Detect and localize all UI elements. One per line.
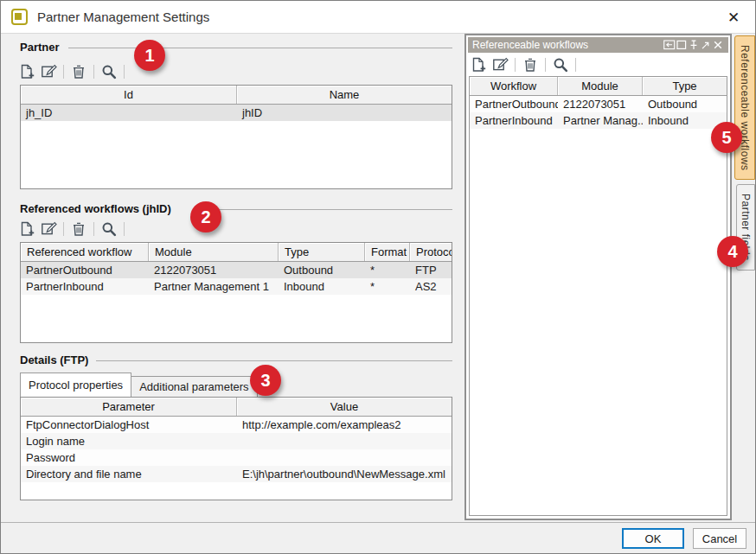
callout-badge-2: 2 bbox=[190, 201, 221, 232]
column-header[interactable]: Referenced workflow bbox=[21, 243, 149, 261]
column-header[interactable]: Protocol bbox=[410, 243, 452, 261]
app-icon bbox=[11, 9, 28, 25]
toolbar-separator bbox=[575, 58, 576, 72]
column-header[interactable]: Workflow bbox=[470, 77, 558, 95]
callout-badge-1: 1 bbox=[134, 40, 165, 71]
partner-toolbar bbox=[18, 62, 126, 81]
callout-badge-3: 3 bbox=[250, 365, 281, 396]
column-header[interactable]: Name bbox=[237, 86, 452, 104]
toolbar-separator bbox=[93, 222, 94, 236]
cell-type: Outbound bbox=[279, 264, 365, 277]
close-icon[interactable]: ✕ bbox=[724, 8, 743, 27]
cell-parameter: FtpConnectorDialogHost bbox=[21, 418, 237, 431]
cell-protocol: FTP bbox=[410, 264, 452, 277]
edit-icon[interactable] bbox=[40, 220, 57, 238]
toolbar-separator bbox=[124, 65, 125, 79]
tab-additional-parameters[interactable]: Additional parameters bbox=[131, 376, 257, 397]
cell-type: Inbound bbox=[279, 280, 365, 293]
toolbar-separator bbox=[515, 58, 516, 72]
cell-type: Inbound bbox=[643, 114, 727, 127]
edit-icon[interactable] bbox=[491, 56, 509, 73]
details-table-header: Parameter Value bbox=[21, 398, 452, 417]
new-icon[interactable] bbox=[18, 220, 35, 238]
cell-workflow: PartnerOutbound bbox=[21, 264, 149, 277]
table-row[interactable]: Directory and file name E:\jh\partner\ou… bbox=[21, 466, 452, 482]
column-header[interactable]: Parameter bbox=[21, 398, 237, 416]
cancel-button[interactable]: Cancel bbox=[693, 528, 746, 549]
column-header[interactable]: Module bbox=[149, 243, 279, 261]
cell-value: E:\jh\partner\outbound\NewMessage.xml bbox=[237, 468, 452, 481]
referenced-groupbox-line bbox=[202, 209, 452, 210]
table-row[interactable]: jh_ID jhID bbox=[21, 105, 452, 121]
cell-format: * bbox=[365, 264, 410, 277]
cell-module: Partner Manag... bbox=[558, 114, 643, 127]
partner-section-label: Partner bbox=[20, 41, 60, 54]
table-row[interactable]: Password bbox=[21, 449, 452, 466]
table-row[interactable]: PartnerInbound Partner Management 1 Inbo… bbox=[21, 278, 452, 295]
cell-workflow: PartnerInbound bbox=[470, 114, 558, 127]
footer-divider bbox=[1, 522, 755, 523]
referenced-table-header: Referenced workflow Module Type Format P… bbox=[21, 243, 452, 262]
cell-workflow: PartnerInbound bbox=[21, 280, 149, 293]
side-tab-label: Referenceable workflows bbox=[739, 45, 751, 171]
cell-module: 2122073051 bbox=[558, 98, 643, 111]
cell-module: Partner Management 1 bbox=[149, 280, 279, 293]
referenceable-workflows-table: Workflow Module Type PartnerOutbound 212… bbox=[469, 76, 727, 516]
delete-icon[interactable] bbox=[522, 56, 539, 73]
panel-title: Referenceable workflows bbox=[472, 39, 663, 51]
column-header[interactable]: Type bbox=[643, 77, 727, 95]
toolbar-separator bbox=[63, 65, 64, 79]
search-icon[interactable] bbox=[100, 63, 118, 80]
cell-parameter: Login name bbox=[21, 435, 237, 448]
column-header[interactable]: Id bbox=[21, 86, 237, 104]
table-row[interactable]: PartnerInbound Partner Manag... Inbound bbox=[470, 112, 727, 129]
dock-left-icon[interactable] bbox=[663, 39, 676, 51]
new-icon[interactable] bbox=[470, 56, 487, 73]
titlebar: Partner Management Settings ✕ bbox=[1, 1, 755, 34]
cell-module: 2122073051 bbox=[149, 264, 279, 277]
pin-icon[interactable] bbox=[688, 39, 700, 51]
table-row[interactable]: PartnerOutbound 2122073051 Outbound bbox=[470, 96, 727, 112]
details-groupbox-line bbox=[96, 360, 452, 361]
dialog-title: Partner Management Settings bbox=[37, 10, 209, 24]
delete-icon[interactable] bbox=[70, 220, 87, 238]
cell-format: * bbox=[365, 280, 410, 293]
referenceable-workflows-panel: Referenceable workflows Workflow Module … bbox=[464, 34, 732, 520]
tab-protocol-properties[interactable]: Protocol properties bbox=[20, 373, 131, 397]
panel-table-header: Workflow Module Type bbox=[470, 77, 727, 96]
column-header[interactable]: Value bbox=[237, 398, 452, 416]
float-icon[interactable] bbox=[700, 39, 712, 51]
referenced-workflows-table: Referenced workflow Module Type Format P… bbox=[20, 242, 452, 343]
toolbar-separator bbox=[63, 222, 64, 236]
column-header[interactable]: Type bbox=[279, 243, 365, 261]
maximize-icon[interactable] bbox=[676, 39, 688, 51]
partner-table-header: Id Name bbox=[21, 86, 452, 105]
table-row[interactable]: Login name bbox=[21, 433, 452, 449]
column-header[interactable]: Module bbox=[558, 77, 643, 95]
cell-parameter: Password bbox=[21, 451, 237, 464]
close-panel-icon[interactable] bbox=[712, 39, 724, 51]
edit-icon[interactable] bbox=[40, 63, 57, 80]
cell-value: http://example.com/exampleas2 bbox=[237, 418, 452, 431]
column-header[interactable]: Format bbox=[365, 243, 410, 261]
cell-protocol: AS2 bbox=[410, 280, 452, 293]
toolbar-separator bbox=[545, 58, 546, 72]
search-icon[interactable] bbox=[100, 220, 118, 238]
details-section-label: Details (FTP) bbox=[20, 353, 88, 366]
delete-icon[interactable] bbox=[70, 63, 87, 80]
cell-id: jh_ID bbox=[21, 106, 237, 119]
cell-name: jhID bbox=[237, 106, 452, 119]
details-tabs: Protocol properties Additional parameter… bbox=[20, 373, 258, 397]
table-row[interactable]: PartnerOutbound 2122073051 Outbound * FT… bbox=[21, 262, 452, 278]
callout-badge-4: 4 bbox=[717, 236, 748, 267]
search-icon[interactable] bbox=[552, 56, 569, 73]
ok-button[interactable]: OK bbox=[622, 528, 684, 549]
side-tab-referenceable-workflows[interactable]: Referenceable workflows bbox=[734, 35, 755, 180]
partner-groupbox-line bbox=[68, 48, 452, 48]
partner-table: Id Name jh_ID jhID bbox=[20, 85, 452, 189]
cell-parameter: Directory and file name bbox=[21, 468, 237, 481]
panel-titlebar[interactable]: Referenceable workflows bbox=[468, 37, 728, 53]
referenced-toolbar bbox=[18, 220, 126, 239]
new-icon[interactable] bbox=[18, 63, 35, 80]
table-row[interactable]: FtpConnectorDialogHost http://example.co… bbox=[21, 417, 452, 433]
